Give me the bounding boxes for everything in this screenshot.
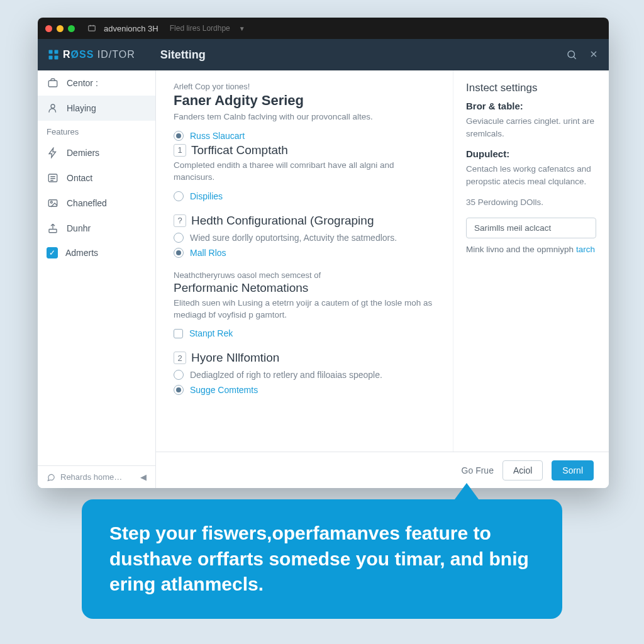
- sarimlls-button[interactable]: Sarimlls meil aclcact: [466, 218, 596, 238]
- rightpanel-sub-bror: Bror & table:: [466, 101, 596, 111]
- footer-bar: Go Frue Aciol Sornl: [156, 452, 609, 488]
- option-label: Mall Rlos: [190, 248, 226, 258]
- minimize-window-icon[interactable]: [57, 25, 64, 32]
- upload-icon: [47, 222, 59, 235]
- go-frue-link[interactable]: Go Frue: [462, 465, 494, 475]
- person-icon: [47, 102, 59, 114]
- app-window: advenionch 3H Fled lires Lordhpe ▼ RØSS …: [38, 18, 609, 488]
- step-badge-2: 2: [174, 352, 186, 364]
- radio-icon: [174, 191, 184, 201]
- sidebar-item-label: Hlaying: [67, 103, 96, 113]
- sidebar-item-admerts[interactable]: ✓ Admerts: [38, 241, 155, 265]
- sidebar-item-label: Ontact: [67, 173, 92, 183]
- sidebar-item-centor[interactable]: Centor :: [38, 70, 155, 96]
- rightpanel-link[interactable]: Mink livno and the opmniyph tarch: [466, 245, 596, 254]
- close-window-icon[interactable]: [45, 25, 52, 32]
- radio-selected-icon: [174, 131, 184, 141]
- option-label: Dediaglzed of righ to retlery and fliloa…: [190, 370, 382, 380]
- close-icon[interactable]: [589, 49, 599, 60]
- rightpanel-text: Geviacule carries cinglet. urint are sre…: [466, 115, 596, 140]
- titlebar-subtitle: Fled lires Lordhpe: [170, 24, 230, 33]
- svg-rect-2: [55, 50, 58, 54]
- sidebar-item-label: Centor :: [67, 78, 98, 88]
- option-sugge-comtemts[interactable]: Sugge Comtemts: [174, 382, 435, 397]
- titlebar-app-name: advenionch 3H: [104, 24, 158, 33]
- option-label: Wied sure dorlly oputortsing, Actuvity t…: [190, 233, 397, 243]
- option-label: Russ Slaucart: [190, 131, 245, 141]
- sidebar-item-demiers[interactable]: Demiers: [38, 140, 155, 165]
- traffic-lights: [45, 25, 75, 32]
- briefcase-icon: [47, 77, 59, 89]
- sidebar-footer[interactable]: Rehards home… ◀: [38, 465, 155, 488]
- sidebar-footer-label: Rehards home…: [60, 472, 122, 482]
- list-icon: [47, 172, 59, 184]
- bolt-icon: [47, 147, 59, 159]
- option-dispilies[interactable]: Dispilies: [174, 189, 435, 204]
- checkbox-checked-icon: ✓: [47, 247, 58, 258]
- checkbox-icon: [174, 329, 183, 338]
- option-stanpt-rek[interactable]: Stanpt Rek: [174, 326, 435, 341]
- option-russ-slaucart[interactable]: Russ Slaucart: [174, 128, 435, 143]
- svg-point-7: [51, 104, 55, 108]
- content-heading: Faner Adgity Serieg: [174, 92, 435, 109]
- sidebar-item-ontact[interactable]: Ontact: [38, 165, 155, 191]
- svg-point-10: [50, 201, 52, 203]
- right-panel: Instect settings Bror & table: Geviacule…: [453, 70, 609, 488]
- chevron-left-icon[interactable]: ◀: [140, 472, 147, 482]
- option-label: Sugge Comtemts: [190, 385, 258, 395]
- option-wied-sure[interactable]: Wied sure dorlly oputortsing, Actuvity t…: [174, 230, 435, 245]
- sidebar: Centor : Hlaying Features Demiers Ontact: [38, 70, 156, 488]
- rightpanel-stat: 35 Perdowing DOlls.: [466, 196, 596, 209]
- content-heading-desc: Fanders tem Calnb faclving with our prov…: [174, 111, 435, 123]
- save-button[interactable]: Sornl: [552, 460, 594, 480]
- svg-point-5: [568, 51, 575, 58]
- section-title-hedth: ? Hedth Configurational (Grograping: [174, 214, 435, 228]
- option-dediaglzed[interactable]: Dediaglzed of righ to retlery and fliloa…: [174, 367, 435, 382]
- page-title: Sitetting: [160, 48, 206, 62]
- section-title-performanic: Performanic Netomations: [174, 281, 435, 295]
- content-eyebrow: Arleft Cop yor tiones!: [174, 82, 435, 91]
- chevron-down-icon[interactable]: ▼: [239, 25, 245, 32]
- app-icon: [87, 24, 96, 33]
- sidebar-item-label: Admerts: [65, 248, 98, 258]
- rightpanel-title: Instect settings: [466, 82, 596, 94]
- section-desc: Completed endith a tharee will comribart…: [174, 160, 435, 184]
- option-label: Stanpt Rek: [189, 328, 233, 338]
- svg-rect-3: [49, 56, 53, 60]
- svg-rect-4: [55, 56, 58, 60]
- logo-icon: [48, 49, 59, 60]
- section-eyebrow: Neathctheryruws oasol mech semcest of: [174, 270, 435, 280]
- image-icon: [47, 197, 59, 209]
- svg-rect-0: [89, 26, 96, 31]
- callout-text: Step your fiswers,operfamanves feature t…: [109, 523, 529, 594]
- rightpanel-text: Centach les workg cafenatcs and peropsti…: [466, 163, 596, 187]
- svg-rect-1: [49, 50, 53, 54]
- radio-selected-icon: [174, 385, 184, 395]
- cancel-button[interactable]: Aciol: [502, 460, 543, 480]
- app-header: RØSS ID/TOR Sitetting: [38, 39, 609, 70]
- sidebar-heading-features: Features: [38, 121, 155, 140]
- sidebar-item-label: Dunhr: [67, 223, 91, 233]
- step-badge-1: 1: [174, 144, 186, 157]
- section-title-hyore: 2 Hyore Nllfomtion: [174, 351, 435, 365]
- maximize-window-icon[interactable]: [68, 25, 75, 32]
- step-badge-q: ?: [174, 214, 186, 227]
- radio-icon: [174, 233, 184, 243]
- option-mall-rlos[interactable]: Mall Rlos: [174, 245, 435, 260]
- content-panel: Arleft Cop yor tiones! Faner Adgity Seri…: [156, 70, 453, 488]
- sidebar-item-hlaying[interactable]: Hlaying: [38, 96, 155, 121]
- option-label: Dispilies: [190, 191, 223, 201]
- titlebar: advenionch 3H Fled lires Lordhpe ▼: [38, 18, 609, 39]
- section-desc: Elitedh suen wih Lusing a etetrn yoijr a…: [174, 297, 435, 321]
- tutorial-callout: Step your fiswers,operfamanves feature t…: [82, 499, 562, 619]
- section-title-torfficat: 1 Torfficat Comptath: [174, 143, 435, 157]
- sidebar-item-label: Chanefled: [67, 198, 107, 208]
- svg-rect-11: [49, 230, 57, 233]
- radio-icon: [174, 370, 184, 380]
- chat-icon: [47, 473, 55, 482]
- svg-rect-6: [48, 80, 57, 87]
- brand-name: RØSS ID/TOR: [63, 49, 135, 60]
- sidebar-item-dunhr[interactable]: Dunhr: [38, 216, 155, 241]
- search-icon[interactable]: [566, 49, 577, 60]
- sidebar-item-chanefled[interactable]: Chanefled: [38, 191, 155, 216]
